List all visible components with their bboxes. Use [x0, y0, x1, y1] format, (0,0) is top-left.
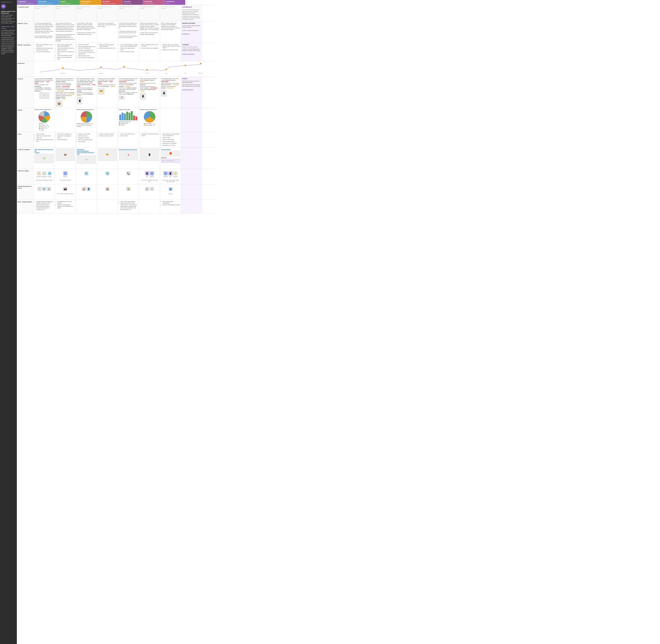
- phone-icon: 📞: [126, 171, 131, 176]
- card-icon: 🃏: [150, 187, 154, 191]
- uxpressia-academy-link[interactable]: academy.uxpressia.com: [182, 53, 194, 54]
- cell-content-1: Web page with a clear statement of the s…: [55, 77, 76, 108]
- cell-content-ex-3: 💳: [97, 147, 118, 169]
- row-label-content: Content: [17, 77, 34, 108]
- mobile-app-icon: 📱: [145, 171, 149, 176]
- cell-company-goal-6: Add company's goal for this substage: [160, 5, 181, 21]
- cell-questions-7: ACADEMY Interactive educational platform…: [181, 43, 202, 61]
- newsletter-mockup: Welcome to the #BestProgram: [161, 159, 180, 163]
- content-mockup-4: 📍: [119, 96, 125, 100]
- cell-story-5: Things run smoothly right up to the mome…: [139, 21, 160, 43]
- row-label-ideas: Ideas / Opportunities: [17, 200, 34, 213]
- cell-content-6: A detailed description of the loyalty pr…: [160, 77, 181, 108]
- sidebar: PERSONAS (1) NA Nathan Adams, Eco Enthus…: [0, 0, 17, 644]
- content-mockup-6: 📱: [161, 90, 167, 97]
- thumbnail-content-ex-4: 📍: [119, 151, 138, 160]
- cell-story-6: Well, my cooking mastery was enough to t…: [160, 21, 181, 43]
- svg-text:😄: 😄: [200, 63, 202, 64]
- svg-text:confusion: confusion: [145, 73, 149, 74]
- website-icon-2: 🌐: [84, 171, 89, 176]
- uxpressia-platform-link[interactable]: uxpressia.com: [182, 33, 190, 34]
- cell-channels-digital-0: ⭐ Reviews 💬 WhatsApp 🌐 Google Review sit…: [34, 169, 55, 184]
- cell-content-ex-0: Menu with dietary preferences/meal-use T…: [34, 147, 55, 169]
- cell-ctas-3: Explore our payment options Order now an…: [97, 132, 118, 147]
- channel-icons-2: 🌐: [77, 170, 96, 177]
- link-loyal-program[interactable]: All Loyal program+: [161, 149, 171, 150]
- svg-text:😐: 😐: [146, 69, 148, 70]
- cell-channels-digital-1: 🌐 Website The service's website: [55, 169, 76, 184]
- pie-svg-missing: [80, 111, 92, 123]
- phase-reorder: REORDER GETTING MORE: [143, 0, 164, 5]
- link-menu-preferences[interactable]: Menu with dietary preferences/meal-use: [35, 149, 53, 152]
- globe-icon: 🌐: [105, 171, 110, 176]
- cell-charts-5: Missing content by importance, % Video r…: [139, 108, 160, 132]
- company-goal-cells: Add company's goal for this substage Add…: [34, 5, 214, 21]
- cell-channels-physical-2: 🚚 👤: [76, 184, 97, 200]
- content-examples-row: Content examples Menu with dietary prefe…: [17, 147, 214, 169]
- thumbnail-content-ex-3: 💳: [98, 148, 117, 161]
- courier-icon: 🚴: [126, 187, 131, 191]
- avatar: NA: [1, 4, 6, 8]
- cell-questions-0: What is the best delivery service in my …: [34, 43, 55, 61]
- cell-company-goal-0: Add company's goal for this substage: [34, 5, 55, 21]
- row-label-ctas: CTAs: [17, 132, 34, 147]
- cell-channels-digital-7: [181, 169, 202, 184]
- cell-ideas-5: [139, 200, 160, 213]
- link-default-units[interactable]: How to set default units: [77, 150, 89, 152]
- sidebar-traits: • Nathan takes to health seriously • Som…: [1, 26, 16, 55]
- thumbnail-content-ex-1: 📦: [56, 148, 75, 161]
- cell-ideas-4: Launch your own mobile app Offer a brand…: [118, 200, 139, 213]
- cell-channels-physical-1: 📸 The service's Instagram account: [55, 184, 76, 200]
- svg-text:😞: 😞: [165, 69, 167, 70]
- charts-cells: Sources of info by importance, %: [34, 108, 214, 132]
- cell-ctas-5: Download the app and access the recipes: [139, 132, 160, 147]
- svg-text:anticipation: anticipation: [60, 73, 65, 74]
- row-label-company-goal: Company's goal: [17, 5, 34, 21]
- cell-channels-digital-6: 🌐 Website 📱 App ⭐ Reviews The service's …: [160, 169, 181, 184]
- cell-company-goal-4: Add company's goal for this substage: [118, 5, 139, 21]
- sidebar-name: Nathan Adams, Eco Enthusiast: [1, 10, 16, 14]
- cell-ctas-4: Find a pickup point near you Read our FA…: [118, 132, 139, 147]
- svg-text:😊: 😊: [123, 66, 125, 67]
- cell-channels-physical-0: f 🐦 ▶: [34, 184, 55, 200]
- phase-explore: EXPLORE LEARNING THE DETAILS: [38, 0, 59, 5]
- youtube-icon-0: ▶: [47, 187, 51, 191]
- sidebar-desc: Nathan is passionate about biology and e…: [1, 14, 16, 24]
- cell-charts-0: Sources of info by importance, %: [34, 108, 55, 132]
- row-label-content-examples: Content examples: [17, 147, 34, 169]
- link-whole-foods[interactable]: Whole Foods Cancel Index Content: [119, 149, 137, 150]
- channel-icons-6: 🌐 Website 📱 App ⭐ Reviews: [161, 170, 180, 179]
- cell-company-goal-7: UXPRESSIA Since 2015, UXPressia has been…: [181, 5, 202, 21]
- story-cells: I'm so fed up with cooking! A few times …: [34, 21, 214, 43]
- facebook-icon: f: [37, 187, 42, 191]
- cell-ctas-2: Explore our meal plans Explore the menu …: [76, 132, 97, 147]
- whatsapp-icon: 💬: [42, 171, 46, 176]
- link-trial-offer[interactable]: Trial offer: [35, 152, 40, 153]
- link-nutritional[interactable]: Nutritional info: [77, 149, 84, 150]
- story-row: Nathan's story I'm so fed up with cookin…: [17, 21, 214, 43]
- bar-7: [133, 116, 135, 120]
- person-icon: 👤: [87, 187, 91, 191]
- friends-icon: 👥: [168, 187, 173, 191]
- cell-charts-2: Missing content by importance, % Web pag…: [76, 108, 97, 132]
- cell-story-2: It's the first time I order a meal deliv…: [76, 21, 97, 43]
- pie-svg-cooking: [144, 111, 155, 123]
- ideas-row: Ideas / Opportunities Consider deliverin…: [17, 200, 214, 213]
- cell-channels-physical-6: 👥 Friends: [160, 184, 181, 200]
- channel-physical-icons-4: 🚴: [119, 185, 138, 192]
- link-free-website[interactable]: Get all Free Website Starters for 5 Days: [77, 152, 94, 155]
- chart-legend-missing: Web page with meal sets — 50 The most po…: [77, 123, 96, 128]
- cell-ideas-7: [181, 200, 202, 213]
- website-icon: 🌐: [63, 171, 67, 176]
- cell-channels-physical-4: 🚴: [118, 184, 139, 200]
- pie-chart-cooking: Video recipes — 43 Recipe updates — 91: [140, 111, 159, 126]
- row-label-charts: Charts: [17, 108, 34, 132]
- channels-digital-row: Channels digital ⭐ Reviews 💬 WhatsApp: [17, 169, 214, 184]
- bar-6: [131, 111, 133, 120]
- phase-consider: CONSIDER AWARE OF THE SERVICES: [17, 0, 38, 5]
- cell-questions-6: Is there a discount or a special offer f…: [160, 43, 181, 61]
- content-mockup-0: 🖥: [40, 93, 49, 99]
- cell-ctas-0: Visit the website Check out our vegan op…: [34, 132, 55, 147]
- uxpressia-events-link[interactable]: events.uxpressia.com: [182, 89, 193, 90]
- svg-text:😊: 😊: [100, 66, 102, 68]
